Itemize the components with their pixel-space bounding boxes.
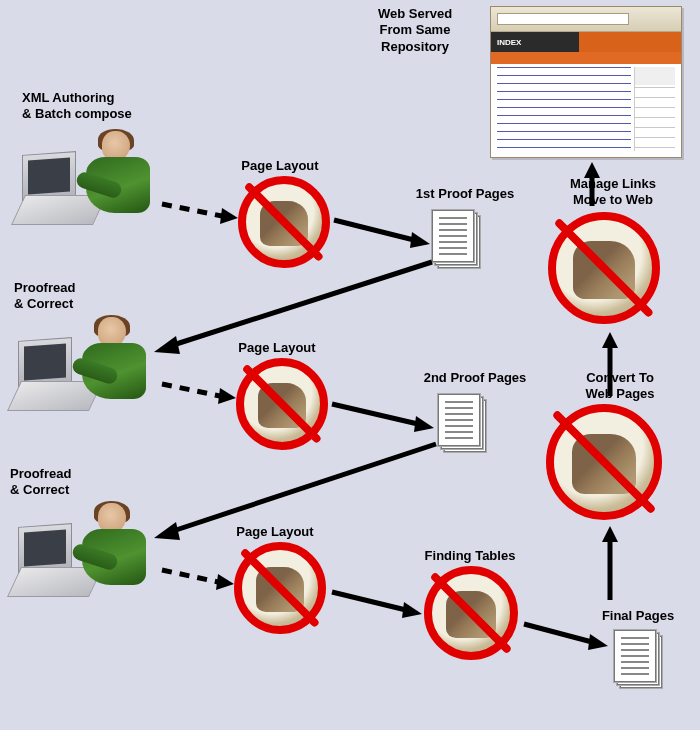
arrow-solid-icon <box>330 586 424 622</box>
svg-line-10 <box>170 444 436 532</box>
svg-marker-11 <box>154 522 180 540</box>
svg-line-14 <box>332 592 406 610</box>
svg-marker-3 <box>410 232 430 248</box>
arrow-dashed-icon <box>160 196 238 226</box>
svg-line-12 <box>162 570 218 582</box>
finding-tables-label: Finding Tables <box>400 548 540 564</box>
first-proof-label: 1st Proof Pages <box>395 186 535 202</box>
svg-marker-7 <box>218 388 236 404</box>
browser-submenu <box>491 52 681 64</box>
arrow-solid-icon <box>332 212 432 252</box>
browser-chrome <box>491 7 681 32</box>
svg-marker-15 <box>402 602 422 618</box>
web-served-label: Web ServedFrom SameRepository <box>350 6 480 55</box>
arrow-solid-icon <box>598 330 622 400</box>
document-stack-icon <box>438 394 484 450</box>
page-layout-1-label: Page Layout <box>225 158 335 174</box>
prohibited-icon <box>546 404 662 520</box>
svg-line-16 <box>524 624 592 642</box>
svg-line-8 <box>332 404 418 424</box>
document-stack-icon <box>614 630 660 686</box>
manage-links-label: Manage LinksMove to Web <box>548 176 678 209</box>
arrow-dashed-icon <box>160 562 234 592</box>
prohibited-icon <box>238 176 330 268</box>
svg-marker-23 <box>584 162 600 178</box>
arrow-solid-icon <box>150 256 440 356</box>
author-at-laptop-icon <box>14 502 164 597</box>
svg-marker-13 <box>216 574 234 590</box>
prohibited-icon <box>424 566 518 660</box>
proofread-2-label: Proofread& Correct <box>10 466 130 499</box>
arrow-dashed-icon <box>160 376 236 406</box>
svg-line-2 <box>334 220 414 240</box>
svg-line-4 <box>170 262 432 346</box>
arrow-solid-icon <box>580 160 604 210</box>
browser-sidebar <box>634 67 675 151</box>
prohibited-icon <box>548 212 660 324</box>
svg-marker-5 <box>154 336 180 354</box>
svg-marker-17 <box>588 634 608 650</box>
browser-brand: INDEX <box>491 32 681 52</box>
second-proof-label: 2nd Proof Pages <box>400 370 550 386</box>
author-at-laptop-icon <box>14 316 164 411</box>
arrow-solid-icon <box>598 524 622 604</box>
svg-marker-9 <box>414 416 434 432</box>
svg-line-0 <box>162 204 222 216</box>
arrow-solid-icon <box>150 438 444 542</box>
browser-window-icon: INDEX <box>490 6 682 158</box>
prohibited-icon <box>236 358 328 450</box>
xml-authoring-label: XML Authoring& Batch compose <box>22 90 192 123</box>
svg-marker-21 <box>602 332 618 348</box>
svg-marker-1 <box>220 208 238 224</box>
svg-marker-19 <box>602 526 618 542</box>
proofread-1-label: Proofread& Correct <box>14 280 134 313</box>
arrow-solid-icon <box>330 398 436 434</box>
arrow-solid-icon <box>522 618 610 652</box>
svg-line-6 <box>162 384 220 396</box>
browser-body <box>497 67 631 151</box>
author-at-laptop-icon <box>18 130 168 225</box>
prohibited-icon <box>234 542 326 634</box>
